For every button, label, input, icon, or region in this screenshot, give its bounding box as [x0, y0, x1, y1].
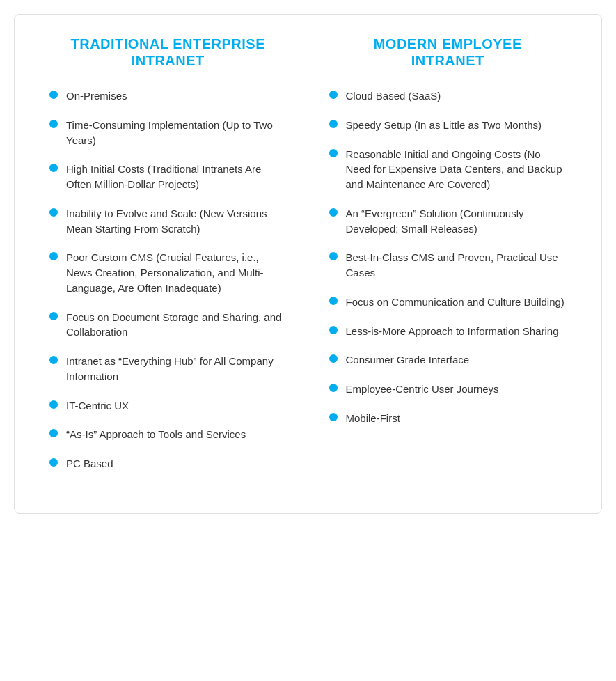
bullet-icon [49, 120, 58, 128]
list-item: Speedy Setup (In as Little as Two Months… [329, 118, 567, 133]
item-text: IT-Centric UX [66, 398, 287, 414]
list-item: IT-Centric UX [49, 398, 287, 414]
bullet-icon [49, 429, 58, 437]
bullet-icon [49, 458, 58, 467]
bullet-icon [49, 356, 58, 364]
bullet-icon [329, 208, 338, 217]
bullet-icon [49, 252, 58, 260]
bullet-icon [329, 252, 338, 260]
list-item: An “Evergreen” Solution (Continuously De… [329, 206, 567, 237]
item-text: An “Evergreen” Solution (Continuously De… [346, 206, 567, 237]
list-item: PC Based [49, 456, 287, 471]
item-text: “As-Is” Approach to Tools and Services [66, 427, 287, 442]
item-text: On-Premises [66, 88, 287, 104]
list-item: Reasonable Initial and Ongoing Costs (No… [329, 147, 567, 192]
bullet-icon [49, 312, 58, 320]
bullet-icon [329, 354, 338, 363]
list-modern: Cloud Based (SaaS)Speedy Setup (In as Li… [329, 88, 567, 426]
column-traditional: TRADITIONAL ENTERPRISEINTRANETOn-Premise… [42, 36, 308, 485]
list-traditional: On-PremisesTime-Consuming Implementation… [49, 88, 287, 471]
item-text: PC Based [66, 456, 287, 471]
item-text: Focus on Communication and Culture Build… [346, 295, 567, 310]
bullet-icon [329, 149, 338, 157]
list-item: Mobile-First [329, 411, 567, 426]
item-text: Less-is-More Approach to Information Sha… [346, 324, 567, 339]
list-item: High Initial Costs (Traditional Intranet… [49, 162, 287, 192]
list-item: Inability to Evolve and Scale (New Versi… [49, 206, 287, 237]
bullet-icon [49, 164, 58, 172]
bullet-icon [329, 384, 338, 392]
list-item: Focus on Document Storage and Sharing, a… [49, 310, 287, 340]
item-text: Focus on Document Storage and Sharing, a… [66, 310, 287, 340]
item-text: Best-In-Class CMS and Proven, Practical … [346, 250, 567, 281]
list-item: Consumer Grade Interface [329, 352, 567, 368]
list-item: Focus on Communication and Culture Build… [329, 295, 567, 310]
list-item: Best-In-Class CMS and Proven, Practical … [329, 250, 567, 281]
list-item: Time-Consuming Implementation (Up to Two… [49, 118, 287, 148]
list-item: Intranet as “Everything Hub” for All Com… [49, 354, 287, 384]
list-item: Employee-Centric User Journeys [329, 382, 567, 397]
item-text: Speedy Setup (In as Little as Two Months… [346, 118, 567, 133]
item-text: Inability to Evolve and Scale (New Versi… [66, 206, 287, 237]
item-text: Time-Consuming Implementation (Up to Two… [66, 118, 287, 148]
item-text: Cloud Based (SaaS) [346, 88, 567, 104]
bullet-icon [49, 400, 58, 409]
item-text: Intranet as “Everything Hub” for All Com… [66, 354, 287, 384]
bullet-icon [329, 297, 338, 305]
bullet-icon [49, 91, 58, 99]
columns-grid: TRADITIONAL ENTERPRISEINTRANETOn-Premise… [42, 36, 574, 485]
item-text: Consumer Grade Interface [346, 352, 567, 368]
list-item: Less-is-More Approach to Information Sha… [329, 324, 567, 339]
bullet-icon [329, 91, 338, 99]
list-item: On-Premises [49, 88, 287, 104]
comparison-container: TRADITIONAL ENTERPRISEINTRANETOn-Premise… [14, 14, 602, 514]
column-modern: MODERN EMPLOYEEINTRANETCloud Based (SaaS… [308, 36, 574, 485]
list-item: Cloud Based (SaaS) [329, 88, 567, 104]
item-text: Employee-Centric User Journeys [346, 382, 567, 397]
item-text: Poor Custom CMS (Crucial Features, i.e.,… [66, 250, 287, 295]
bullet-icon [329, 120, 338, 128]
list-item: “As-Is” Approach to Tools and Services [49, 427, 287, 442]
item-text: Mobile-First [346, 411, 567, 426]
header-modern: MODERN EMPLOYEEINTRANET [329, 36, 567, 69]
item-text: High Initial Costs (Traditional Intranet… [66, 162, 287, 192]
bullet-icon [329, 413, 338, 421]
bullet-icon [329, 326, 338, 334]
header-traditional: TRADITIONAL ENTERPRISEINTRANET [49, 36, 287, 69]
item-text: Reasonable Initial and Ongoing Costs (No… [346, 147, 567, 192]
list-item: Poor Custom CMS (Crucial Features, i.e.,… [49, 250, 287, 295]
bullet-icon [49, 208, 58, 217]
